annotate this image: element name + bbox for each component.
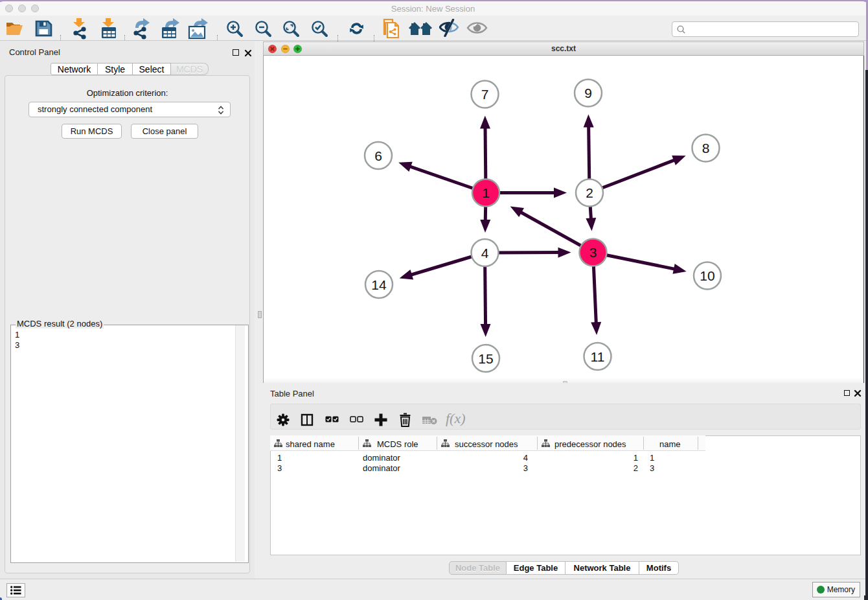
svg-text:3: 3 [589, 245, 597, 260]
svg-text:8: 8 [702, 141, 710, 156]
svg-text:1: 1 [482, 185, 490, 200]
svg-text:14: 14 [371, 277, 387, 292]
svg-text:4: 4 [481, 246, 489, 260]
svg-text:15: 15 [478, 351, 493, 366]
svg-text:2: 2 [586, 185, 593, 200]
svg-text:9: 9 [584, 86, 592, 100]
svg-text:6: 6 [374, 148, 382, 163]
svg-text:11: 11 [591, 349, 605, 364]
svg-text:10: 10 [700, 268, 714, 283]
svg-text:7: 7 [481, 87, 489, 102]
